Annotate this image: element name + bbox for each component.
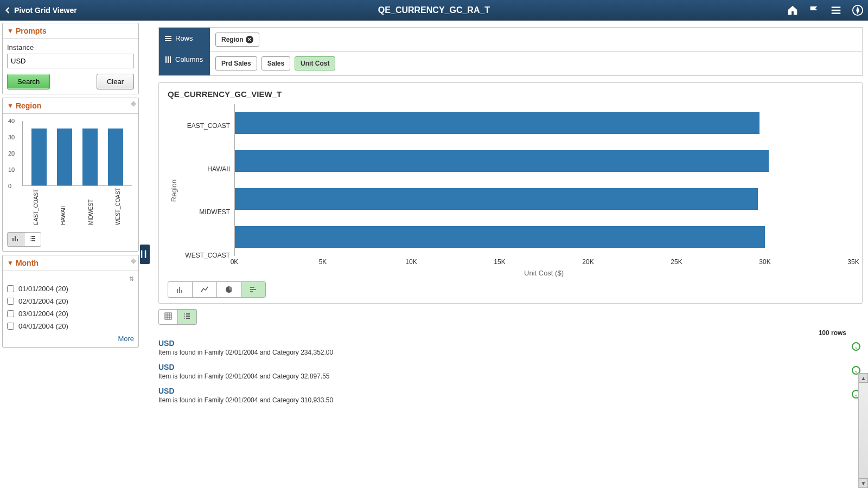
month-checkbox-row[interactable]: 03/01/2004 (20) bbox=[7, 307, 134, 320]
result-row: USDItem is found in Family 02/01/2004 an… bbox=[158, 384, 863, 408]
month-checkbox[interactable] bbox=[7, 298, 14, 305]
svg-rect-2 bbox=[165, 313, 171, 319]
month-checkbox-row[interactable]: 01/01/2004 (20) bbox=[7, 282, 134, 295]
chart-x-tick: 35K bbox=[847, 258, 859, 266]
chip-label: Region bbox=[221, 36, 244, 43]
chart-type-vbar[interactable] bbox=[168, 282, 193, 297]
instance-label: Instance bbox=[7, 43, 134, 52]
main-content: Rows Columns Region✕ Prd SalesSalesUnit … bbox=[150, 21, 868, 488]
result-title-link[interactable]: USD bbox=[158, 387, 846, 395]
chart-x-tick: 15K bbox=[494, 258, 505, 266]
chart-bar[interactable] bbox=[235, 188, 758, 210]
chart-x-axis-label: Unit Cost ($) bbox=[234, 269, 853, 277]
chart-type-pie[interactable] bbox=[217, 282, 241, 297]
result-title-link[interactable]: USD bbox=[158, 339, 846, 348]
result-row: USDItem is found in Family 02/01/2004 an… bbox=[158, 337, 863, 361]
chevron-left-icon bbox=[4, 7, 11, 14]
sidebar: ▼ Prompts Instance Search Clear ▼ Region… bbox=[0, 21, 141, 488]
results-view-toggle bbox=[158, 309, 197, 325]
results-scrollbar[interactable]: ▲ ▼ bbox=[858, 373, 868, 488]
chart-bar[interactable] bbox=[235, 226, 765, 248]
mini-chart-bar-btn[interactable] bbox=[8, 233, 24, 246]
back-button[interactable]: Pivot Grid Viewer bbox=[4, 6, 77, 15]
caret-down-icon: ▼ bbox=[7, 259, 14, 267]
result-description: Item is found in Family 02/01/2004 and C… bbox=[158, 396, 846, 404]
caret-down-icon: ▼ bbox=[7, 102, 14, 110]
result-title-link[interactable]: USD bbox=[158, 363, 846, 371]
chart-x-tick: 25K bbox=[671, 258, 682, 266]
results-list-view[interactable] bbox=[178, 310, 196, 324]
caret-down-icon: ▼ bbox=[7, 27, 14, 35]
chip-remove-icon[interactable]: ✕ bbox=[246, 36, 253, 43]
search-button[interactable]: Search bbox=[7, 74, 50, 89]
scroll-up-icon[interactable]: ▲ bbox=[859, 373, 868, 383]
chart-type-line[interactable] bbox=[193, 282, 217, 297]
column-chip[interactable]: Sales bbox=[261, 56, 290, 70]
columns-icon bbox=[164, 56, 172, 63]
mini-y-tick: 20 bbox=[8, 150, 15, 157]
mini-y-tick: 30 bbox=[8, 134, 15, 140]
month-checkbox-row[interactable]: 04/01/2004 (20) bbox=[7, 320, 134, 332]
compass-icon[interactable] bbox=[852, 4, 864, 16]
clear-button[interactable]: Clear bbox=[97, 74, 134, 89]
rows-tab[interactable]: Rows bbox=[159, 28, 210, 49]
sort-icon[interactable]: ⇅ bbox=[7, 275, 134, 282]
move-icon[interactable]: ✥ bbox=[131, 100, 136, 108]
move-icon[interactable]: ✥ bbox=[131, 258, 136, 265]
chart-type-hbar[interactable] bbox=[241, 282, 265, 297]
home-icon[interactable] bbox=[787, 4, 799, 16]
mini-chart-list-btn[interactable] bbox=[24, 233, 41, 246]
instance-input[interactable] bbox=[7, 54, 134, 68]
back-label: Pivot Grid Viewer bbox=[14, 6, 77, 15]
column-chip[interactable]: Unit Cost bbox=[295, 56, 335, 70]
chart-category-label: MIDWEST bbox=[180, 195, 230, 229]
chart-x-tick: 5K bbox=[319, 258, 327, 266]
region-mini-chart: 403020100 EAST_COASTHAWAIIMIDWESTWEST_CO… bbox=[7, 118, 134, 194]
mini-bar[interactable] bbox=[82, 129, 98, 185]
month-panel: ▼ Month ✥ ⇅ 01/01/2004 (20)02/01/2004 (2… bbox=[2, 255, 139, 348]
mini-bar[interactable] bbox=[108, 129, 123, 185]
chart-x-tick: 0K bbox=[231, 258, 239, 266]
month-label: 03/01/2004 (20) bbox=[18, 310, 68, 318]
results-grid-view[interactable] bbox=[159, 310, 178, 324]
scroll-down-icon[interactable]: ▼ bbox=[859, 478, 868, 488]
month-label: 01/01/2004 (20) bbox=[18, 285, 68, 293]
prompts-panel: ▼ Prompts Instance Search Clear bbox=[2, 23, 139, 94]
row-chip[interactable]: Region✕ bbox=[215, 33, 259, 47]
month-header[interactable]: ▼ Month ✥ bbox=[3, 255, 138, 271]
mini-y-tick: 10 bbox=[8, 166, 15, 173]
top-bar: Pivot Grid Viewer QE_CURRENCY_GC_RA_T bbox=[0, 0, 868, 21]
chart-x-tick: 30K bbox=[759, 258, 770, 266]
chart-bar[interactable] bbox=[235, 150, 769, 172]
month-checkbox[interactable] bbox=[7, 285, 14, 292]
flag-icon[interactable] bbox=[808, 4, 820, 16]
mini-x-label: HAWAII bbox=[60, 188, 66, 225]
month-checkbox-row[interactable]: 02/01/2004 (20) bbox=[7, 295, 134, 307]
mini-y-tick: 40 bbox=[8, 118, 15, 124]
chart-x-tick: 20K bbox=[582, 258, 593, 266]
page-title: QE_CURRENCY_GC_RA_T bbox=[378, 5, 490, 15]
column-chip[interactable]: Prd Sales bbox=[215, 56, 257, 70]
row-count-label: 100 rows bbox=[158, 329, 863, 337]
month-checkbox[interactable] bbox=[7, 310, 14, 317]
columns-tab[interactable]: Columns bbox=[159, 49, 210, 70]
chart-bar[interactable] bbox=[235, 112, 760, 134]
chart-y-axis-label: Region bbox=[168, 179, 180, 202]
result-description: Item is found in Family 02/01/2004 and C… bbox=[158, 373, 846, 380]
result-expand-icon[interactable]: ⌄ bbox=[852, 342, 860, 351]
month-checkbox[interactable] bbox=[7, 323, 14, 330]
menu-icon[interactable] bbox=[830, 4, 842, 16]
mini-x-label: MIDWEST bbox=[88, 188, 94, 225]
region-header[interactable]: ▼ Region ✥ bbox=[3, 98, 138, 114]
mini-chart-toggle bbox=[7, 232, 41, 247]
month-more-link[interactable]: More bbox=[7, 332, 134, 343]
region-panel: ▼ Region ✥ 403020100 EAST_COASTHAWAIIMID… bbox=[2, 98, 139, 252]
chart-type-toggle bbox=[168, 281, 266, 298]
result-row: USDItem is found in Family 02/01/2004 an… bbox=[158, 361, 863, 384]
mini-bar[interactable] bbox=[57, 129, 72, 185]
prompts-header[interactable]: ▼ Prompts bbox=[3, 23, 138, 39]
mini-bar[interactable] bbox=[31, 129, 47, 185]
mini-x-label: WEST_COAST bbox=[115, 188, 121, 225]
main-chart-card: QE_CURRENCY_GC_VIEW_T Region EAST_COASTH… bbox=[158, 82, 863, 304]
sidebar-collapse-button[interactable]: ▎▎ bbox=[140, 245, 150, 264]
